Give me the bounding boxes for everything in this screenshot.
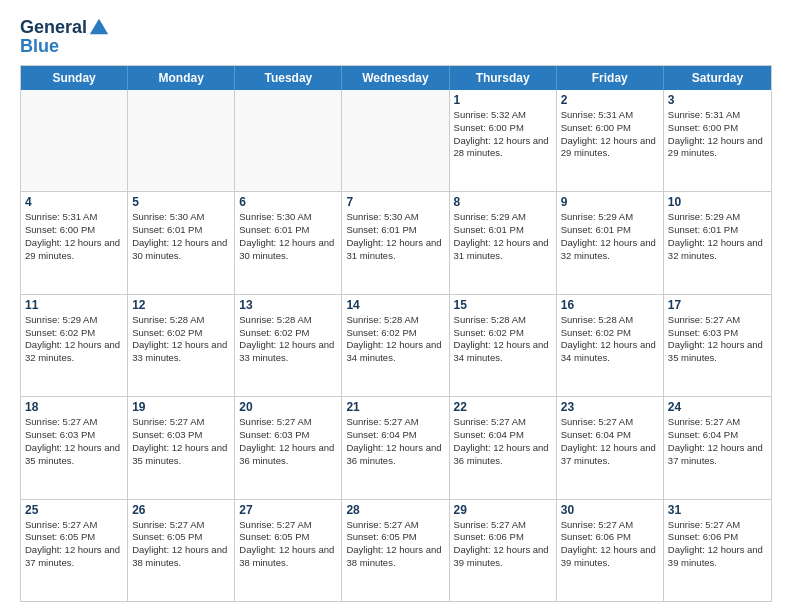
day-number: 9 [561,195,659,209]
day-number: 26 [132,503,230,517]
day-info: Sunrise: 5:27 AMSunset: 6:06 PMDaylight:… [668,519,767,570]
day-info: Sunrise: 5:27 AMSunset: 6:04 PMDaylight:… [561,416,659,467]
day-info: Sunrise: 5:27 AMSunset: 6:06 PMDaylight:… [561,519,659,570]
day-info: Sunrise: 5:28 AMSunset: 6:02 PMDaylight:… [561,314,659,365]
day-info: Sunrise: 5:30 AMSunset: 6:01 PMDaylight:… [132,211,230,262]
day-number: 23 [561,400,659,414]
day-number: 7 [346,195,444,209]
day-number: 19 [132,400,230,414]
table-row: 1Sunrise: 5:32 AMSunset: 6:00 PMDaylight… [450,90,557,191]
day-info: Sunrise: 5:27 AMSunset: 6:05 PMDaylight:… [346,519,444,570]
day-info: Sunrise: 5:29 AMSunset: 6:02 PMDaylight:… [25,314,123,365]
table-row: 17Sunrise: 5:27 AMSunset: 6:03 PMDayligh… [664,295,771,396]
table-row [342,90,449,191]
logo: General Blue [20,16,110,57]
table-row: 29Sunrise: 5:27 AMSunset: 6:06 PMDayligh… [450,500,557,601]
day-number: 25 [25,503,123,517]
table-row: 12Sunrise: 5:28 AMSunset: 6:02 PMDayligh… [128,295,235,396]
day-number: 6 [239,195,337,209]
table-row: 7Sunrise: 5:30 AMSunset: 6:01 PMDaylight… [342,192,449,293]
table-row: 9Sunrise: 5:29 AMSunset: 6:01 PMDaylight… [557,192,664,293]
day-number: 1 [454,93,552,107]
day-info: Sunrise: 5:30 AMSunset: 6:01 PMDaylight:… [239,211,337,262]
day-number: 15 [454,298,552,312]
day-number: 8 [454,195,552,209]
table-row: 13Sunrise: 5:28 AMSunset: 6:02 PMDayligh… [235,295,342,396]
logo-general-text: General [20,17,87,38]
table-row: 30Sunrise: 5:27 AMSunset: 6:06 PMDayligh… [557,500,664,601]
day-info: Sunrise: 5:29 AMSunset: 6:01 PMDaylight:… [561,211,659,262]
day-info: Sunrise: 5:27 AMSunset: 6:06 PMDaylight:… [454,519,552,570]
header-cell-wednesday: Wednesday [342,66,449,90]
header-cell-friday: Friday [557,66,664,90]
table-row: 22Sunrise: 5:27 AMSunset: 6:04 PMDayligh… [450,397,557,498]
table-row: 14Sunrise: 5:28 AMSunset: 6:02 PMDayligh… [342,295,449,396]
header-cell-tuesday: Tuesday [235,66,342,90]
table-row: 11Sunrise: 5:29 AMSunset: 6:02 PMDayligh… [21,295,128,396]
calendar-row-5: 25Sunrise: 5:27 AMSunset: 6:05 PMDayligh… [21,499,771,601]
day-number: 24 [668,400,767,414]
header-cell-sunday: Sunday [21,66,128,90]
logo-blue-text: Blue [20,36,59,57]
day-number: 28 [346,503,444,517]
table-row: 6Sunrise: 5:30 AMSunset: 6:01 PMDaylight… [235,192,342,293]
day-number: 13 [239,298,337,312]
day-info: Sunrise: 5:27 AMSunset: 6:03 PMDaylight:… [668,314,767,365]
day-info: Sunrise: 5:29 AMSunset: 6:01 PMDaylight:… [454,211,552,262]
header-cell-saturday: Saturday [664,66,771,90]
day-info: Sunrise: 5:27 AMSunset: 6:04 PMDaylight:… [454,416,552,467]
day-info: Sunrise: 5:27 AMSunset: 6:03 PMDaylight:… [132,416,230,467]
day-number: 12 [132,298,230,312]
table-row: 3Sunrise: 5:31 AMSunset: 6:00 PMDaylight… [664,90,771,191]
day-info: Sunrise: 5:27 AMSunset: 6:05 PMDaylight:… [132,519,230,570]
table-row: 31Sunrise: 5:27 AMSunset: 6:06 PMDayligh… [664,500,771,601]
calendar-row-4: 18Sunrise: 5:27 AMSunset: 6:03 PMDayligh… [21,396,771,498]
day-number: 3 [668,93,767,107]
table-row [21,90,128,191]
day-number: 20 [239,400,337,414]
day-info: Sunrise: 5:31 AMSunset: 6:00 PMDaylight:… [668,109,767,160]
table-row: 28Sunrise: 5:27 AMSunset: 6:05 PMDayligh… [342,500,449,601]
day-number: 22 [454,400,552,414]
table-row: 26Sunrise: 5:27 AMSunset: 6:05 PMDayligh… [128,500,235,601]
calendar-header: SundayMondayTuesdayWednesdayThursdayFrid… [21,66,771,90]
day-info: Sunrise: 5:27 AMSunset: 6:05 PMDaylight:… [239,519,337,570]
day-number: 29 [454,503,552,517]
page: General Blue SundayMondayTuesdayWednesda… [0,0,792,612]
day-number: 2 [561,93,659,107]
table-row [128,90,235,191]
day-number: 11 [25,298,123,312]
day-number: 18 [25,400,123,414]
table-row: 18Sunrise: 5:27 AMSunset: 6:03 PMDayligh… [21,397,128,498]
day-number: 27 [239,503,337,517]
calendar-row-3: 11Sunrise: 5:29 AMSunset: 6:02 PMDayligh… [21,294,771,396]
table-row [235,90,342,191]
table-row: 10Sunrise: 5:29 AMSunset: 6:01 PMDayligh… [664,192,771,293]
day-info: Sunrise: 5:27 AMSunset: 6:04 PMDaylight:… [668,416,767,467]
day-info: Sunrise: 5:28 AMSunset: 6:02 PMDaylight:… [346,314,444,365]
day-number: 21 [346,400,444,414]
day-info: Sunrise: 5:28 AMSunset: 6:02 PMDaylight:… [132,314,230,365]
header-cell-thursday: Thursday [450,66,557,90]
day-info: Sunrise: 5:27 AMSunset: 6:04 PMDaylight:… [346,416,444,467]
table-row: 24Sunrise: 5:27 AMSunset: 6:04 PMDayligh… [664,397,771,498]
table-row: 5Sunrise: 5:30 AMSunset: 6:01 PMDaylight… [128,192,235,293]
day-number: 17 [668,298,767,312]
day-number: 14 [346,298,444,312]
logo-triangle-icon [88,16,110,38]
day-info: Sunrise: 5:27 AMSunset: 6:03 PMDaylight:… [239,416,337,467]
table-row: 16Sunrise: 5:28 AMSunset: 6:02 PMDayligh… [557,295,664,396]
day-number: 4 [25,195,123,209]
day-info: Sunrise: 5:32 AMSunset: 6:00 PMDaylight:… [454,109,552,160]
day-number: 5 [132,195,230,209]
table-row: 21Sunrise: 5:27 AMSunset: 6:04 PMDayligh… [342,397,449,498]
day-info: Sunrise: 5:31 AMSunset: 6:00 PMDaylight:… [25,211,123,262]
header-cell-monday: Monday [128,66,235,90]
day-info: Sunrise: 5:28 AMSunset: 6:02 PMDaylight:… [239,314,337,365]
day-info: Sunrise: 5:28 AMSunset: 6:02 PMDaylight:… [454,314,552,365]
day-info: Sunrise: 5:27 AMSunset: 6:03 PMDaylight:… [25,416,123,467]
table-row: 8Sunrise: 5:29 AMSunset: 6:01 PMDaylight… [450,192,557,293]
header: General Blue [20,16,772,57]
svg-marker-0 [90,19,108,35]
calendar-row-1: 1Sunrise: 5:32 AMSunset: 6:00 PMDaylight… [21,90,771,191]
